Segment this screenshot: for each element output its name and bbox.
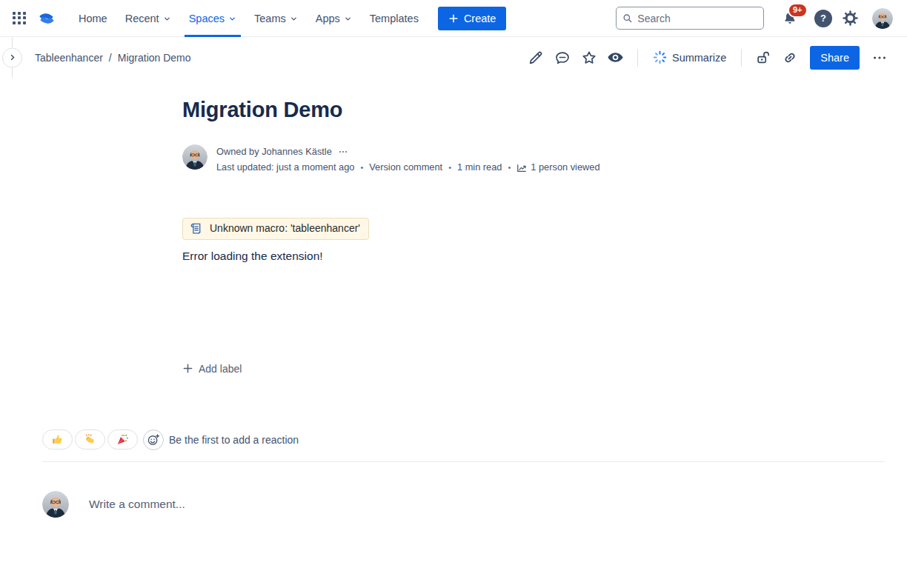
comment-bubble-icon	[554, 50, 571, 66]
chevron-right-icon	[8, 53, 17, 62]
summarize-button[interactable]: Summarize	[648, 47, 731, 67]
notification-badge: 9+	[788, 3, 808, 18]
more-actions-button[interactable]	[868, 47, 891, 69]
analytics-views[interactable]: 1 person viewed	[516, 160, 599, 175]
search-icon	[622, 13, 632, 24]
macro-error-text: Unknown macro: 'tableenhancer'	[210, 222, 360, 234]
edit-button[interactable]	[525, 47, 547, 69]
nav-item-teams[interactable]: Teams	[245, 0, 307, 37]
restrictions-button[interactable]	[752, 47, 774, 69]
add-reaction-button[interactable]	[143, 430, 164, 450]
version-comment-link[interactable]: Version comment	[369, 160, 442, 175]
unknown-macro-placeholder[interactable]: Unknown macro: 'tableenhancer'	[182, 218, 369, 240]
reaction-prompt-text: Be the first to add a reaction	[169, 434, 299, 446]
page-header-bar: Tableenhancer / Migration Demo	[0, 37, 907, 78]
gear-icon	[842, 10, 859, 27]
nav-item-home[interactable]: Home	[70, 0, 116, 37]
chevron-down-icon	[228, 15, 236, 23]
search-input[interactable]	[637, 13, 757, 24]
plus-icon	[182, 363, 193, 374]
extension-error-text: Error loading the extension!	[182, 250, 907, 263]
question-mark-icon: ?	[820, 13, 826, 24]
copy-link-button[interactable]	[779, 47, 801, 69]
sparkle-icon	[653, 50, 667, 64]
breadcrumb: Tableenhancer / Migration Demo	[35, 52, 191, 64]
notifications-button[interactable]: 9+	[780, 9, 800, 28]
add-label-button[interactable]: Add label	[182, 361, 245, 376]
breadcrumb-space-link[interactable]: Tableenhancer	[35, 52, 103, 64]
search-box[interactable]	[616, 7, 764, 30]
comments-divider	[42, 461, 885, 462]
expand-sidebar-button[interactable]	[2, 47, 22, 67]
comment-button[interactable]	[551, 47, 574, 69]
divider	[637, 49, 638, 67]
eye-icon	[607, 49, 624, 66]
last-updated-text: Last updated: just a moment ago	[216, 160, 354, 175]
comment-composer[interactable]: Write a comment...	[42, 491, 907, 518]
breadcrumb-page-link[interactable]: Migration Demo	[118, 52, 191, 64]
owner-more-icon[interactable]	[338, 147, 348, 157]
byline: Owned by Johannes Kästle Last updated: j…	[182, 144, 907, 176]
ellipsis-icon	[871, 50, 888, 66]
page-actions: Summarize Share	[525, 46, 891, 70]
nav-item-templates[interactable]: Templates	[361, 0, 428, 37]
help-button[interactable]: ?	[814, 10, 832, 27]
owned-by-text[interactable]: Owned by Johannes Kästle	[216, 144, 332, 159]
primary-nav: Home Recent Spaces Teams Apps Templates	[70, 0, 428, 37]
chevron-down-icon	[344, 15, 352, 23]
owner-avatar[interactable]	[182, 144, 207, 170]
profile-button[interactable]	[861, 6, 895, 31]
comment-placeholder-text[interactable]: Write a comment...	[89, 498, 185, 511]
unlock-icon	[755, 50, 771, 66]
nav-item-spaces[interactable]: Spaces	[180, 0, 245, 37]
chevron-down-icon	[163, 15, 171, 23]
app-switcher-icon[interactable]	[10, 10, 28, 27]
smiley-plus-icon	[147, 433, 160, 447]
link-icon	[782, 50, 798, 66]
reaction-clap-button[interactable]	[75, 430, 105, 450]
settings-button[interactable]	[840, 7, 861, 29]
star-icon	[581, 50, 597, 66]
create-button[interactable]: Create	[438, 7, 507, 30]
reaction-party-popper-button[interactable]	[107, 430, 138, 450]
divider	[741, 49, 742, 67]
read-time-text: 1 min read	[457, 160, 502, 175]
thumbs-up-emoji	[51, 433, 64, 446]
nav-item-recent[interactable]: Recent	[116, 0, 180, 37]
page-title: Migration Demo	[182, 98, 907, 122]
page-content: Migration Demo Owned by Johannes Kästle …	[0, 98, 907, 518]
clap-emoji	[84, 433, 96, 446]
nav-utilities: 9+ ?	[616, 6, 895, 31]
breadcrumb-separator: /	[109, 52, 112, 64]
watch-button[interactable]	[605, 47, 627, 69]
plus-icon	[448, 13, 459, 24]
nav-item-apps[interactable]: Apps	[307, 0, 361, 37]
macro-scroll-icon	[189, 221, 203, 235]
party-popper-emoji	[116, 433, 129, 446]
analytics-chart-icon	[516, 163, 527, 173]
pencil-icon	[528, 50, 544, 66]
avatar	[872, 8, 893, 29]
confluence-logo-icon[interactable]	[37, 9, 56, 28]
reaction-thumbs-up-button[interactable]	[42, 430, 73, 450]
reactions-bar: Be the first to add a reaction	[42, 430, 907, 450]
favourite-button[interactable]	[578, 47, 600, 69]
share-button[interactable]: Share	[810, 46, 860, 70]
top-navigation: Home Recent Spaces Teams Apps Templates …	[0, 0, 907, 37]
current-user-avatar	[42, 491, 69, 518]
chevron-down-icon	[290, 15, 298, 23]
